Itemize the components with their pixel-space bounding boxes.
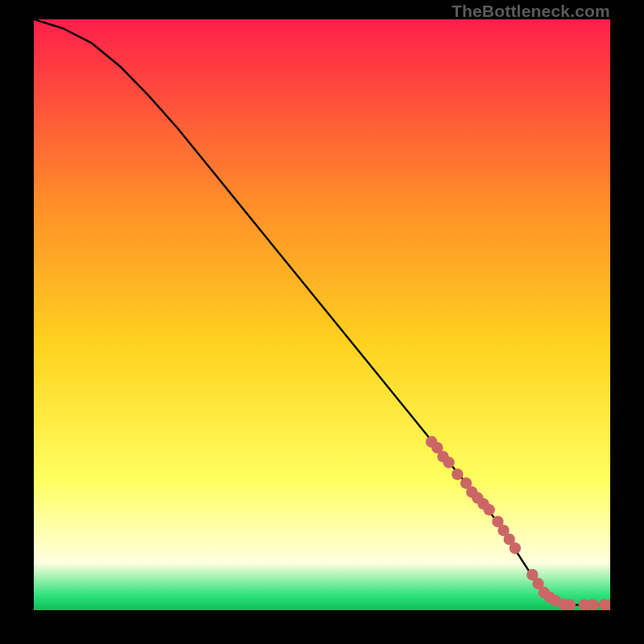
data-point [587, 599, 598, 610]
bottleneck-chart [34, 19, 610, 610]
data-point [452, 469, 463, 480]
chart-stage: TheBottleneck.com [0, 0, 644, 644]
data-point [443, 456, 454, 468]
data-point [483, 504, 494, 515]
gradient-background [34, 19, 610, 610]
attribution-text: TheBottleneck.com [452, 2, 610, 21]
data-point [510, 543, 521, 554]
data-point [564, 599, 576, 610]
